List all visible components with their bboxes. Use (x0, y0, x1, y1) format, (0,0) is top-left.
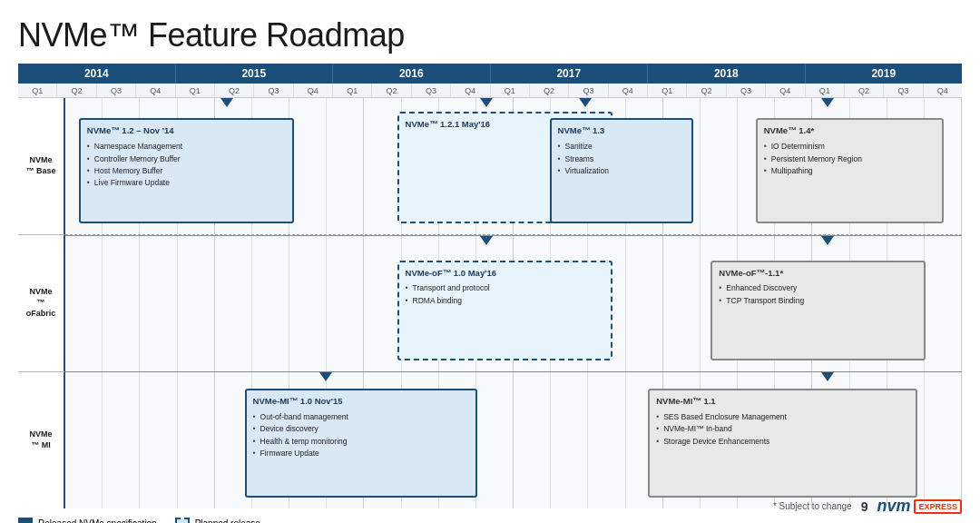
quarter-1: Q2 (57, 84, 96, 97)
feature-item: NVMe-MI™ In-band (656, 423, 908, 434)
grid-line-ofabric-15 (626, 236, 663, 372)
feature-title-nvme12: NVMe™ 1.2 – Nov '14 (87, 124, 286, 137)
feature-item: Namespace Management (87, 141, 286, 152)
quarter-0: Q1 (18, 84, 57, 97)
label-mi: NVMe ™ MI (18, 372, 65, 508)
year-2019: 2019 (806, 64, 963, 84)
feature-item: Health & temp monitoring (253, 436, 470, 447)
arrow-nvme13 (579, 98, 592, 107)
grid-line-ofabric-16 (663, 236, 701, 372)
feature-box-nvmeof10: NVMe-oF™ 1.0 May'16Transport and protoco… (397, 261, 612, 361)
grid-line-ofabric-4 (215, 236, 252, 372)
quarter-19: Q4 (766, 84, 805, 97)
quarter-17: Q2 (687, 84, 726, 97)
feature-item: IO Determinism (764, 141, 936, 152)
quarter-2: Q3 (97, 84, 136, 97)
year-header: 201420152016201720182019 (18, 64, 962, 84)
legend-released-label: Released NVMe specification (38, 518, 157, 524)
row-base: NVMe™ 1.2 – Nov '14Namespace ManagementC… (65, 98, 962, 235)
arrow-nvme12 (220, 98, 233, 107)
quarter-4: Q1 (176, 84, 215, 97)
feature-item: Transport and protocol (406, 282, 604, 293)
label-base: NVMe ™ Base (18, 98, 65, 235)
grid-line-ofabric-1 (103, 236, 140, 372)
grid-line-mi-23 (925, 372, 962, 508)
logo-text: nvm (877, 497, 910, 516)
quarter-6: Q3 (254, 84, 293, 97)
legend: Released NVMe specification Planned rele… (18, 518, 260, 523)
quarter-16: Q1 (648, 84, 687, 97)
feature-item: Streams (558, 153, 685, 164)
feature-box-nvmemi11: NVMe-MI™ 1.1SES Based Enclosure Manageme… (648, 389, 916, 498)
feature-list-nvmeof10: Transport and protocolRDMA binding (406, 282, 604, 306)
arrow-nvmemi11 (821, 372, 834, 381)
feature-box-nvme14: NVMe™ 1.4*IO DeterminismPersistent Memor… (756, 118, 944, 222)
feature-item: Device discovery (253, 423, 470, 434)
feature-item: Sanitize (558, 141, 685, 152)
feature-list-nvme13: SanitizeStreamsVirtualization (558, 141, 685, 176)
quarter-20: Q1 (806, 84, 845, 97)
feature-title-nvmeof10: NVMe-oF™ 1.0 May'16 (406, 267, 604, 280)
feature-item: TCP Transport Binding (719, 295, 917, 306)
grid-line-mi-2 (140, 372, 177, 508)
feature-box-nvmeof11: NVMe-oF™-1.1*Enhanced DiscoveryTCP Trans… (710, 261, 926, 361)
grid-line-mi-12 (514, 372, 551, 508)
quarter-9: Q2 (372, 84, 411, 97)
page-number: 9 (861, 499, 868, 514)
arrow-nvmeof10 (480, 236, 493, 245)
row-mi: NVMe-MI™ 1.0 Nov'15Out-of-band managemen… (65, 372, 962, 508)
arrow-nvme121 (480, 98, 493, 107)
feature-item: Storage Device Enhancements (656, 436, 908, 447)
legend-planned-label: Planned release (195, 518, 260, 524)
feature-box-nvme13: NVMe™ 1.3SanitizeStreamsVirtualization (550, 118, 693, 222)
year-2018: 2018 (648, 64, 806, 84)
grid-line-mi-3 (178, 372, 215, 508)
feature-list-nvmemi11: SES Based Enclosure ManagementNVMe-MI™ I… (656, 411, 908, 447)
label-ofabric: NVMe ™ oFabric (18, 235, 65, 372)
feature-item: Controller Memory Buffer (87, 153, 286, 164)
grid-line-mi-1 (103, 372, 140, 508)
feature-box-nvme12: NVMe™ 1.2 – Nov '14Namespace ManagementC… (79, 118, 294, 222)
feature-title-nvme14: NVMe™ 1.4* (764, 124, 936, 137)
timeline-container: 201420152016201720182019 Q1Q2Q3Q4Q1Q2Q3Q… (18, 64, 962, 508)
nvm-logo: nvm EXPRESS (877, 497, 962, 516)
quarter-21: Q2 (845, 84, 884, 97)
feature-title-nvme13: NVMe™ 1.3 (558, 124, 685, 137)
year-2015: 2015 (176, 64, 334, 84)
roadmap-rows: NVMe™ 1.2 – Nov '14Namespace ManagementC… (65, 98, 962, 508)
year-2014: 2014 (18, 64, 176, 84)
grid-line-base-17 (701, 98, 738, 234)
grid-line-base-6 (289, 98, 327, 234)
arrow-nvmeof11 (821, 236, 834, 245)
feature-list-nvme12: Namespace ManagementController Memory Bu… (87, 141, 286, 188)
arrow-nvmemi10 (319, 372, 332, 381)
quarter-14: Q3 (569, 84, 608, 97)
feature-title-nvmemi11: NVMe-MI™ 1.1 (656, 395, 908, 408)
subject-note: * Subject to change (773, 501, 852, 511)
feature-item: Enhanced Discovery (719, 282, 917, 293)
grid-line-ofabric-7 (327, 236, 364, 372)
page-title: NVMe™ Feature Roadmap (18, 16, 962, 54)
year-2017: 2017 (491, 64, 649, 84)
quarter-18: Q3 (727, 84, 766, 97)
arrow-nvme14 (821, 98, 834, 107)
logo-express: EXPRESS (914, 499, 962, 514)
feature-item: Host Memory Buffer (87, 165, 286, 176)
page: NVMe™ Feature Roadmap 201420152016201720… (0, 0, 980, 523)
feature-box-nvmemi10: NVMe-MI™ 1.0 Nov'15Out-of-band managemen… (245, 389, 478, 498)
grid-line-mi-14 (588, 372, 625, 508)
grid-line-ofabric-6 (289, 236, 327, 372)
quarter-23: Q4 (924, 84, 962, 97)
quarter-13: Q2 (530, 84, 569, 97)
legend-released-box (18, 518, 33, 523)
grid-line-ofabric-23 (925, 236, 962, 372)
grid-line-ofabric-8 (364, 236, 401, 372)
feature-list-nvmemi10: Out-of-band managementDevice discoveryHe… (253, 411, 470, 459)
grid-line-ofabric-3 (178, 236, 215, 372)
feature-item: Out-of-band management (253, 411, 470, 422)
quarter-22: Q3 (884, 84, 923, 97)
feature-item: Multipathing (764, 165, 936, 176)
roadmap-body: NVMe ™ Base NVMe ™ oFabric NVMe ™ MI (18, 98, 962, 508)
grid-line-ofabric-5 (252, 236, 289, 372)
feature-item: RDMA binding (406, 295, 604, 306)
